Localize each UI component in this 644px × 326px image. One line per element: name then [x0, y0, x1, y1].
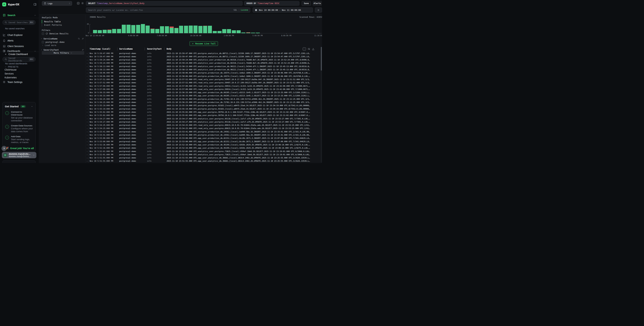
preset-clickhouse[interactable]: ClickHouse	[4, 68, 16, 71]
histogram-bar[interactable]	[112, 29, 116, 33]
table-row[interactable]: Nov 10 5:53:00.000 PMpostgresql-demoinfo…	[86, 137, 322, 140]
expand-row-chevron-icon[interactable]	[86, 118, 88, 120]
preset-services[interactable]: Services	[4, 72, 14, 75]
table-row[interactable]: Nov 10 5:59:24.000 PMpostgresql-demoinfo…	[86, 58, 322, 62]
expand-row-chevron-icon[interactable]	[86, 134, 88, 136]
expand-row-chevron-icon[interactable]	[86, 125, 88, 126]
expand-row-chevron-icon[interactable]	[86, 72, 88, 74]
filter-group-servicename[interactable]: ServiceName	[40, 37, 84, 40]
expand-row-chevron-icon[interactable]	[86, 85, 88, 87]
expand-row-chevron-icon[interactable]	[86, 154, 88, 156]
source-select[interactable]: Logs	[42, 1, 72, 6]
table-row[interactable]: Nov 10 5:56:33.000 PMpostgresql-demoinfo…	[86, 91, 322, 94]
histogram-bar[interactable]	[241, 33, 246, 33]
histogram-bar[interactable]	[232, 30, 236, 33]
table-row[interactable]: Nov 10 5:55:19.000 PMpostgresql-demoinfo…	[86, 104, 322, 107]
column-resize-handle[interactable]	[144, 48, 145, 50]
order-by-input[interactable]: ORDER BY TimestampTime DESC	[244, 1, 299, 6]
histogram-bar[interactable]	[93, 30, 97, 33]
sidebar-item-team-settings[interactable]: Team Settings	[0, 80, 39, 84]
expand-row-chevron-icon[interactable]	[86, 89, 88, 90]
lucene-search-input[interactable]: Search your events w/ Lucene ex. column:…	[86, 8, 250, 13]
presets-section[interactable]: PRESETS	[4, 66, 18, 68]
pin-icon[interactable]	[82, 49, 84, 51]
json-view-icon[interactable]	[303, 47, 306, 51]
table-row[interactable]: Nov 10 5:54:25.000 PMpostgresql-demoinfo…	[86, 127, 322, 130]
histogram-bar[interactable]	[179, 26, 183, 33]
histogram-bar[interactable]	[108, 30, 112, 33]
collapse-sidebar-icon[interactable]	[34, 3, 36, 6]
table-row[interactable]: Nov 10 5:58:13.000 PMpostgresql-demoinfo…	[86, 65, 322, 68]
table-row[interactable]: Nov 10 5:59:47.000 PMpostgresql-demoinfo…	[86, 52, 322, 55]
expand-row-chevron-icon[interactable]	[86, 131, 88, 133]
expand-row-chevron-icon[interactable]	[86, 105, 88, 107]
date-range-picker[interactable]: Nov 10 00:00:00 - Nov 11 00:00:00	[253, 8, 313, 13]
load-more-button[interactable]: Load more	[42, 44, 56, 47]
column-header-severitytext[interactable]: SeverityText	[147, 48, 162, 50]
sidebar-item-search[interactable]: Search	[0, 13, 39, 18]
wrap-lines-icon[interactable]	[308, 48, 310, 51]
code-view-icon[interactable]	[77, 2, 80, 5]
histogram-bar[interactable]	[103, 30, 107, 33]
expand-row-chevron-icon[interactable]	[86, 147, 88, 149]
histogram-bar[interactable]	[141, 24, 145, 33]
table-row[interactable]: Nov 10 5:56:33.000 PMpostgresql-demoinfo…	[86, 94, 322, 98]
column-header-servicename[interactable]: ServiceName	[119, 48, 132, 50]
expand-row-chevron-icon[interactable]	[86, 128, 88, 130]
expand-row-chevron-icon[interactable]	[86, 157, 88, 159]
table-row[interactable]: Nov 10 5:52:01.000 PMpostgresql-demoinfo…	[86, 153, 322, 156]
histogram-bar[interactable]	[160, 26, 164, 33]
histogram-bar[interactable]	[198, 26, 202, 33]
chevron-up-icon[interactable]	[34, 14, 36, 17]
lang-sql-option[interactable]: SQL	[234, 9, 237, 11]
histogram-bar[interactable]	[256, 33, 260, 33]
table-row[interactable]: Nov 10 5:53:00.000 PMpostgresql-demoinfo…	[86, 140, 322, 143]
expand-row-chevron-icon[interactable]	[86, 56, 88, 58]
table-row[interactable]: Nov 10 5:59:24.000 PMpostgresql-demoinfo…	[86, 62, 322, 65]
lang-lucene-option[interactable]: Lucene	[241, 9, 248, 11]
expand-row-chevron-icon[interactable]	[86, 98, 88, 100]
histogram-bar[interactable]	[251, 33, 255, 33]
expand-row-chevron-icon[interactable]	[86, 82, 88, 84]
help-button[interactable]: ?	[2, 146, 6, 151]
expand-row-chevron-icon[interactable]	[86, 76, 88, 77]
table-row[interactable]: Nov 10 5:51:55.000 PMpostgresql-demoinfo…	[86, 160, 322, 163]
histogram-bar[interactable]	[155, 29, 159, 33]
histogram-bar[interactable]	[194, 26, 198, 33]
expand-row-chevron-icon[interactable]	[86, 92, 88, 94]
table-row[interactable]: Nov 10 5:59:47.000 PMpostgresql-demoinfo…	[86, 55, 322, 58]
table-row[interactable]: Nov 10 5:58:06.000 PMpostgresql-demoinfo…	[86, 75, 322, 78]
expand-row-chevron-icon[interactable]	[86, 59, 88, 61]
get-started-item-3[interactable]: Add DataStart sending logs, metrics, or …	[5, 135, 33, 144]
table-row[interactable]: Nov 10 5:52:16.000 PMpostgresql-demoinfo…	[86, 143, 322, 146]
pin-icon[interactable]	[82, 38, 84, 40]
expand-row-chevron-icon[interactable]	[86, 108, 88, 110]
table-row[interactable]: Nov 10 5:56:25.000 PMpostgresql-demoinfo…	[86, 101, 322, 104]
expand-row-chevron-icon[interactable]	[86, 69, 88, 71]
expand-row-chevron-icon[interactable]	[86, 79, 88, 80]
table-row[interactable]: Nov 10 5:53:41.000 PMpostgresql-demoinfo…	[86, 130, 322, 133]
histogram-bar[interactable]	[150, 29, 154, 33]
table-row[interactable]: Nov 10 5:55:19.000 PMpostgresql-demoinfo…	[86, 107, 322, 111]
chevron-up-icon[interactable]	[31, 105, 33, 108]
histogram-bar[interactable]	[222, 29, 226, 33]
filter-search-icon[interactable]	[78, 38, 80, 40]
table-row[interactable]: Nov 10 5:57:52.000 PMpostgresql-demoinfo…	[86, 78, 322, 81]
histogram-bar[interactable]	[246, 33, 250, 33]
column-header-body[interactable]: Body	[166, 48, 172, 50]
user-profile-chip[interactable]: D dominic.tran@clic... dominic.tran@clic…	[2, 152, 36, 158]
histogram-bar[interactable]	[131, 25, 135, 33]
resume-live-tail-button[interactable]: Resume Live Tail	[190, 41, 218, 46]
denoise-results-checkbox[interactable]: Denoise Results	[42, 32, 68, 35]
histogram-bar[interactable]	[184, 26, 188, 33]
sidebar-item-alerts[interactable]: Alerts	[0, 39, 39, 43]
checkbox[interactable]	[42, 33, 44, 35]
expand-row-chevron-icon[interactable]	[86, 144, 88, 146]
preset-kubernetes[interactable]: Kubernetes	[4, 76, 17, 79]
table-row[interactable]: Nov 10 5:58:13.000 PMpostgresql-demoinfo…	[86, 68, 322, 71]
histogram-bar[interactable]	[170, 28, 174, 33]
histogram-bar[interactable]	[126, 25, 130, 33]
expand-row-chevron-icon[interactable]	[86, 151, 88, 152]
expand-row-chevron-icon[interactable]	[86, 53, 88, 54]
scrollbar-thumb[interactable]	[321, 47, 322, 71]
